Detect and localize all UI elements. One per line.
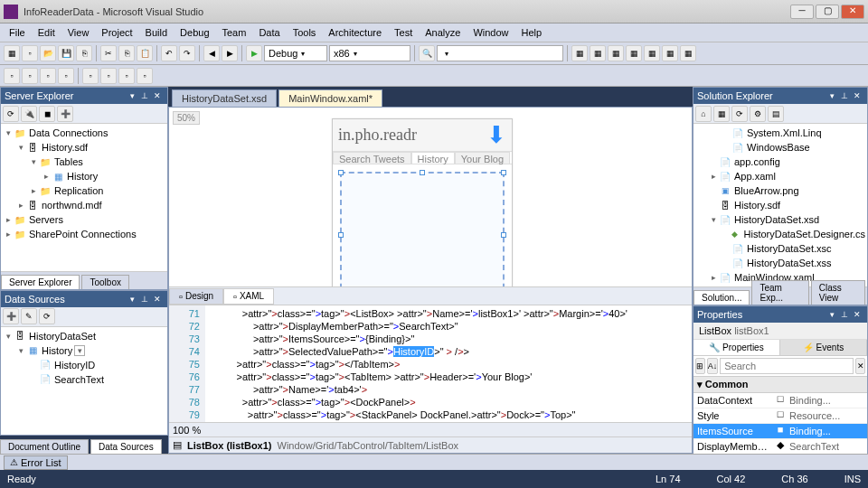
menu-project[interactable]: Project [96,25,137,40]
menu-tools[interactable]: Tools [288,25,322,40]
solution-explorer-tree[interactable]: System.Xml.LinqWindowsBaseapp.config▸App… [693,124,867,286]
panel-dropdown-icon[interactable]: ▾ [826,89,838,102]
split-tab-xaml[interactable]: ▫XAML [223,288,274,305]
refresh-ds-icon[interactable]: ⟳ [39,308,55,324]
tree-toggle-icon[interactable]: ▸ [15,201,26,210]
nav-back-icon[interactable]: ◀ [203,45,220,61]
minimize-button[interactable]: ─ [790,5,814,19]
refresh-icon[interactable]: ⟳ [731,106,748,122]
ext2-icon[interactable]: ▦ [590,45,606,61]
menu-help[interactable]: Help [516,25,548,40]
split-tab-design[interactable]: ▫Design [169,288,223,305]
ext3-icon[interactable]: ▦ [608,45,624,61]
connect-db-icon[interactable]: 🔌 [21,106,37,122]
panel-tab[interactable]: Class View [811,280,865,305]
tree-item[interactable]: BlueArrow.png [734,185,799,196]
tree-item[interactable]: HistoryDataSet.xsd [734,214,819,225]
property-marker-icon[interactable]: □ [775,393,786,408]
sort-az-icon[interactable]: A↓ [707,358,719,374]
tree-item[interactable]: HistoryDataSet [29,331,96,342]
property-value[interactable]: Binding... [786,393,867,408]
props-icon[interactable]: ⚙ [750,106,766,122]
platform-dropdown[interactable]: x86 [329,45,410,61]
panel-dropdown-icon[interactable]: ▾ [826,308,838,321]
tb2-8-icon[interactable]: ▫ [137,68,153,84]
find-icon[interactable]: 🔍 [419,45,435,61]
tree-item[interactable]: History [67,171,98,182]
property-marker-icon[interactable]: □ [775,408,786,423]
tree-toggle-icon[interactable]: ▸ [3,230,14,239]
tb2-3-icon[interactable]: ▫ [40,68,56,84]
window-preview[interactable]: in.pho.readr ⬇ Search TweetsHistoryYour … [332,118,513,286]
preview-tab[interactable]: Your Blog [455,152,510,164]
breadcrumb-path[interactable]: Window/Grid/TabControl/TabItem/ListBox [278,440,459,451]
property-value[interactable]: Resource... [786,408,867,423]
new-project-icon[interactable]: ▦ [4,45,20,61]
tree-toggle-icon[interactable]: ▸ [28,186,39,195]
tree-item[interactable]: History.sdf [42,142,88,153]
property-name[interactable]: DisplayMemberP... [693,439,775,454]
breadcrumb-object[interactable]: ListBox (listBox1) [187,440,272,451]
tree-toggle-icon[interactable]: ▾ [15,143,26,152]
menu-window[interactable]: Window [467,25,514,40]
tree-item[interactable]: SearchText [54,374,104,385]
tb2-5-icon[interactable]: ▫ [82,68,99,84]
edit-ds-icon[interactable]: ✎ [21,308,37,324]
expand-icon[interactable]: ▾ [697,379,703,389]
menu-data[interactable]: Data [253,25,285,40]
pin-icon[interactable]: ⊥ [838,89,851,102]
menu-test[interactable]: Test [389,25,418,40]
tree-item[interactable]: HistoryDataSet.xss [747,258,832,268]
panel-close-icon[interactable]: ✕ [151,89,164,102]
tree-toggle-icon[interactable]: ▸ [41,172,52,181]
pin-icon[interactable]: ⊥ [138,293,151,305]
home-icon[interactable]: ⌂ [695,106,712,122]
panel-close-icon[interactable]: ✕ [851,308,863,321]
tree-toggle-icon[interactable]: ▸ [3,215,14,224]
error-list-tab[interactable]: ⚠ Error List [4,455,68,470]
tree-toggle-icon[interactable]: ▾ [3,128,14,137]
tree-item[interactable]: Data Connections [29,127,108,138]
property-name[interactable]: ItemsSource [693,424,775,438]
tree-toggle-icon[interactable]: ▾ [28,157,39,166]
tree-item[interactable]: History [42,345,72,356]
property-value[interactable]: Binding... [786,424,867,438]
refresh-icon[interactable]: ⟳ [3,106,19,122]
property-name[interactable]: Style [693,408,775,423]
undo-icon[interactable]: ↶ [161,45,177,61]
doc-tab[interactable]: HistoryDataSet.xsd [172,89,277,107]
menu-build[interactable]: Build [140,25,173,40]
tree-toggle-icon[interactable]: ▾ [3,332,14,341]
ext6-icon[interactable]: ▦ [662,45,678,61]
zoom-label[interactable]: 50% [173,111,200,125]
panel-tab[interactable]: Data Sources [90,439,162,454]
view-code-icon[interactable]: ▤ [768,106,784,122]
copy-icon[interactable]: ⎘ [118,45,135,61]
clear-search-icon[interactable]: ✕ [855,358,865,374]
tree-item[interactable]: Replication [54,185,103,196]
tb2-1-icon[interactable]: ▫ [4,68,20,84]
pin-icon[interactable]: ⊥ [838,308,851,321]
save-all-icon[interactable]: ⎘ [76,45,92,61]
ext1-icon[interactable]: ▦ [571,45,588,61]
paste-icon[interactable]: 📋 [137,45,153,61]
property-value[interactable]: SearchText [786,439,867,454]
doc-tab[interactable]: MainWindow.xaml* [278,89,382,107]
start-debug-icon[interactable]: ▶ [246,45,262,61]
ext4-icon[interactable]: ▦ [626,45,642,61]
property-name[interactable]: DataContext [693,393,775,408]
menu-view[interactable]: View [62,25,95,40]
props-toggle-properties[interactable]: 🔧 Properties [693,340,780,355]
panel-tab[interactable]: Document Outline [0,439,89,454]
stop-icon[interactable]: ◼ [39,106,55,122]
tree-item[interactable]: Tables [54,156,83,167]
design-surface[interactable]: 50% in.pho.readr ⬇ Search TweetsHistoryY… [169,108,692,286]
server-explorer-tree[interactable]: ▾Data Connections▾History.sdf▾Tables▸His… [1,124,167,271]
menu-team[interactable]: Team [217,25,252,40]
data-sources-tree[interactable]: ▾HistoryDataSet▾History▾HistoryIDSearchT… [1,327,167,435]
redo-icon[interactable]: ↷ [179,45,195,61]
menu-edit[interactable]: Edit [33,25,61,40]
save-icon[interactable]: 💾 [58,45,74,61]
tree-item[interactable]: HistoryDataSet.xsc [747,243,832,254]
tree-toggle-icon[interactable]: ▸ [708,172,719,181]
